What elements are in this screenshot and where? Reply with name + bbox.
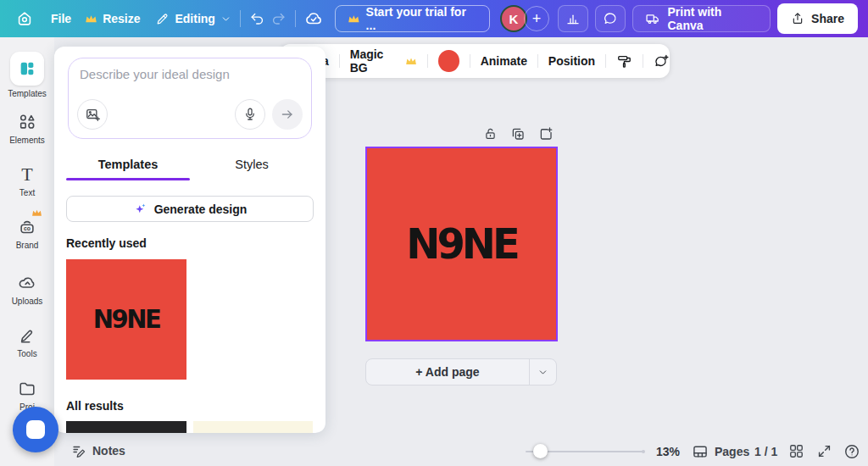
sidebar-item-label: Tools	[17, 349, 36, 358]
design-page[interactable]: N9NE	[367, 148, 556, 340]
templates-active-box	[10, 52, 44, 86]
grid-view-icon[interactable]	[788, 443, 804, 459]
submit-prompt-button[interactable]	[272, 99, 303, 130]
truck-icon	[644, 11, 661, 26]
chat-bubble-icon	[26, 420, 45, 439]
duplicate-page-icon[interactable]	[510, 126, 526, 141]
insights-button[interactable]	[558, 5, 588, 32]
sidebar-item-label: Brand	[16, 241, 39, 250]
tab-styles-label: Styles	[235, 158, 269, 171]
text-icon: T	[17, 164, 37, 185]
design-prompt-input[interactable]	[80, 67, 296, 81]
thumbnail-logo-text: N9NE	[93, 305, 160, 335]
chevron-down-icon	[537, 367, 548, 378]
unlock-icon[interactable]	[483, 126, 498, 141]
generate-design-label: Generate design	[154, 202, 248, 216]
add-comment-button[interactable]	[654, 53, 670, 69]
add-page-button[interactable]: + Add page	[366, 359, 529, 385]
notes-icon	[71, 443, 86, 458]
animate-button[interactable]: Animate	[481, 54, 527, 68]
copy-style-button[interactable]	[616, 53, 632, 69]
notes-label: Notes	[92, 444, 125, 458]
top-bar: File Resize Editing	[0, 0, 868, 37]
divider	[240, 10, 241, 27]
page-logo-text[interactable]: N9NE	[406, 219, 517, 268]
tab-templates[interactable]: Templates	[66, 148, 190, 180]
magic-bg-button[interactable]: Magic BG	[350, 47, 418, 75]
sidebar-item-text[interactable]: T Text	[0, 164, 54, 197]
position-label: Position	[548, 54, 595, 68]
zoom-slider-thumb[interactable]	[533, 444, 548, 458]
fullscreen-icon[interactable]	[816, 443, 832, 459]
sidebar-item-templates[interactable]: Templates	[0, 52, 54, 98]
notes-button[interactable]: Notes	[71, 443, 125, 458]
sidebar-item-label: Uploads	[12, 297, 43, 306]
crown-icon	[31, 208, 42, 218]
sidebar-item-tools[interactable]: Tools	[0, 325, 54, 358]
cloud-save-status[interactable]	[304, 9, 323, 28]
templates-panel: Templates Styles Generate design Recentl…	[54, 47, 326, 433]
help-icon[interactable]	[843, 443, 860, 460]
voice-input-button[interactable]	[235, 99, 265, 130]
position-button[interactable]: Position	[548, 54, 595, 68]
editing-mode-label: Editing	[175, 12, 214, 25]
background-color-swatch[interactable]	[438, 50, 459, 72]
tab-styles[interactable]: Styles	[190, 148, 314, 180]
trial-button-label: Start your trial for ...	[366, 5, 477, 32]
sidebar-item-projects[interactable]: Proj	[0, 379, 54, 412]
result-thumbnail-cream[interactable]	[193, 421, 313, 433]
divider	[537, 54, 538, 68]
crown-icon	[85, 14, 97, 25]
redo-icon	[270, 11, 287, 27]
sidebar-item-uploads[interactable]: Uploads	[0, 273, 54, 306]
divider	[339, 54, 340, 68]
home-button[interactable]	[10, 9, 39, 28]
sidebar: Templates Elements T Text co Brand	[0, 37, 54, 466]
print-button[interactable]: Print with Canva	[632, 5, 771, 32]
redo-button[interactable]	[270, 11, 287, 27]
pencil-icon	[155, 12, 170, 26]
share-button-label: Share	[811, 12, 844, 25]
editing-mode-dropdown[interactable]: Editing	[155, 12, 231, 26]
sidebar-item-elements[interactable]: Elements	[0, 112, 54, 145]
add-image-button[interactable]	[77, 99, 108, 130]
status-bar: Notes 13% Pages 1 / 1	[0, 437, 868, 466]
pages-label: Pages	[715, 445, 749, 458]
panel-tabs: Templates Styles	[66, 148, 314, 180]
share-upload-icon	[791, 12, 804, 25]
projects-folder-icon	[18, 380, 36, 398]
generate-design-button[interactable]: Generate design	[66, 196, 314, 222]
all-results-heading: All results	[66, 399, 124, 413]
bar-chart-icon	[565, 11, 581, 26]
divider	[470, 54, 470, 68]
uploads-icon	[18, 274, 36, 292]
resize-menu-label: Resize	[103, 12, 140, 25]
undo-button[interactable]	[249, 11, 265, 27]
chevron-down-icon	[220, 14, 231, 25]
divider	[605, 54, 606, 68]
context-toolbar: a Magic BG Animate Position	[280, 44, 670, 78]
elements-icon	[18, 113, 36, 131]
add-member-button[interactable]: +	[524, 6, 549, 31]
image-plus-icon	[85, 107, 101, 123]
zoom-percentage[interactable]: 13%	[651, 445, 685, 458]
comments-button[interactable]	[595, 5, 626, 32]
add-page-dropdown[interactable]	[530, 359, 556, 385]
result-thumbnail-dark[interactable]	[66, 421, 186, 433]
animate-label: Animate	[481, 54, 527, 68]
undo-icon	[249, 11, 265, 27]
tab-templates-label: Templates	[98, 158, 159, 171]
pages-button[interactable]: Pages	[692, 443, 749, 460]
sidebar-item-brand[interactable]: co Brand	[0, 217, 54, 250]
paint-roller-icon	[616, 53, 632, 69]
crown-icon	[405, 56, 417, 67]
share-button[interactable]: Share	[777, 3, 858, 34]
avatar-initial: K	[509, 12, 518, 26]
recently-used-thumbnail[interactable]: N9NE	[66, 259, 186, 380]
add-page-icon[interactable]	[538, 126, 554, 141]
trial-button[interactable]: Start your trial for ...	[335, 5, 490, 32]
file-menu[interactable]: File	[51, 12, 71, 25]
chat-assistant-bubble[interactable]	[13, 407, 58, 452]
resize-menu[interactable]: Resize	[85, 12, 140, 25]
cloud-check-icon	[304, 9, 323, 28]
